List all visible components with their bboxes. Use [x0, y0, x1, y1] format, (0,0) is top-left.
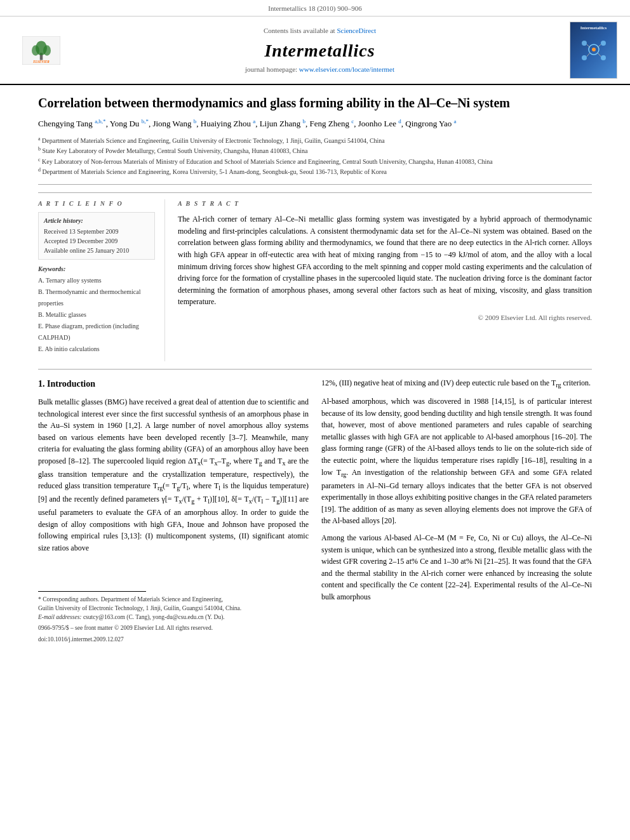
- body-col-left: 1. Introduction Bulk metallic glasses (B…: [38, 377, 309, 644]
- elsevier-logo: ELSEVIER: [13, 36, 70, 65]
- keyword-1: A. Ternary alloy systems: [38, 275, 155, 286]
- svg-point-7: [582, 41, 587, 46]
- main-content: Correlation between thermodynamics and g…: [0, 85, 630, 653]
- keywords-section: Keywords: A. Ternary alloy systems B. Th…: [38, 265, 155, 355]
- cover-title-text: Intermetallics: [580, 25, 607, 32]
- svg-line-14: [598, 53, 601, 57]
- issn-line: 0966-9795/$ – see front matter © 2009 El…: [38, 623, 309, 633]
- keywords-label: Keywords:: [38, 265, 155, 274]
- journal-homepage: journal homepage: www.elsevier.com/locat…: [70, 65, 570, 74]
- copyright-text: © 2009 Elsevier Ltd. All rights reserved…: [178, 313, 592, 323]
- svg-point-9: [582, 55, 587, 60]
- article-info-abstract: A R T I C L E I N F O Article history: R…: [38, 192, 592, 361]
- history-label: Article history:: [44, 217, 149, 225]
- svg-point-8: [601, 41, 606, 46]
- doi-line: doi:10.1016/j.intermet.2009.12.027: [38, 635, 309, 644]
- received-date: Received 13 September 2009: [44, 227, 149, 236]
- footnote-divider: [38, 591, 146, 592]
- keyword-3: B. Metallic glasses: [38, 309, 155, 321]
- abstract-panel: A B S T R A C T The Al-rich corner of te…: [178, 199, 592, 361]
- journal-header-center: Contents lists available at ScienceDirec…: [70, 26, 570, 75]
- svg-point-3: [32, 45, 39, 56]
- cover-image-icon: [578, 34, 610, 65]
- sciencedirect-link[interactable]: ScienceDirect: [337, 27, 376, 34]
- article-info-panel: A R T I C L E I N F O Article history: R…: [38, 199, 165, 361]
- journal-cover: Intermetallics: [570, 22, 617, 79]
- homepage-link[interactable]: www.elsevier.com/locate/intermet: [299, 65, 394, 73]
- abstract-text: The Al-rich corner of ternary Al–Ce–Ni m…: [178, 213, 592, 308]
- affiliation-c: c Key Laboratory of Non-ferrous Material…: [38, 156, 592, 166]
- right-para-1: 12%, (III) negative heat of mixing and (…: [321, 377, 592, 390]
- keyword-5: E. Ab initio calculations: [38, 343, 155, 355]
- paper-title: Correlation between thermodynamics and g…: [38, 95, 592, 111]
- body-col-right: 12%, (III) negative heat of mixing and (…: [321, 377, 592, 644]
- affiliation-d: d Department of Materials Science and En…: [38, 166, 592, 177]
- right-para-2: Al-based amorphous, which was discovered…: [321, 396, 592, 527]
- journal-title: Intermetallics: [70, 38, 570, 63]
- affiliation-a: a Department of Materials Science and En…: [38, 135, 592, 145]
- svg-text:ELSEVIER: ELSEVIER: [32, 60, 50, 63]
- right-para-3: Among the various Al-based Al–Ce–M (M = …: [321, 532, 592, 603]
- keyword-4: E. Phase diagram, prediction (includingC…: [38, 321, 155, 343]
- svg-point-10: [601, 55, 606, 60]
- article-history-box: Article history: Received 13 September 2…: [38, 212, 155, 260]
- available-date: Available online 25 January 2010: [44, 246, 149, 255]
- keywords-list: A. Ternary alloy systems B. Thermodynami…: [38, 275, 155, 355]
- divider-2: [38, 369, 592, 370]
- divider-1: [38, 184, 592, 185]
- article-info-heading: A R T I C L E I N F O: [38, 199, 155, 208]
- journal-citation: Intermetallics 18 (2010) 900–906: [0, 0, 630, 17]
- svg-point-15: [592, 48, 596, 51]
- body-columns: 1. Introduction Bulk metallic glasses (B…: [38, 377, 592, 644]
- keyword-2: B. Thermodynamic and thermochemicalprope…: [38, 286, 155, 309]
- svg-point-4: [43, 45, 51, 56]
- sciencedirect-line: Contents lists available at ScienceDirec…: [70, 26, 570, 36]
- authors-line: Chengying Tang a,b,*, Yong Du b,*, Jiong…: [38, 117, 592, 130]
- affiliation-b: b State Key Laboratory of Powder Metallu…: [38, 145, 592, 156]
- footnote-corresponding: * Corresponding authors. Department of M…: [38, 595, 309, 622]
- elsevier-logo-icon: ELSEVIER: [22, 36, 60, 65]
- abstract-heading: A B S T R A C T: [178, 199, 592, 208]
- svg-line-13: [587, 53, 590, 57]
- accepted-date: Accepted 19 December 2009: [44, 236, 149, 246]
- intro-para-1: Bulk metallic glasses (BMG) have receive…: [38, 396, 309, 554]
- introduction-heading: 1. Introduction: [38, 377, 309, 391]
- affiliations: a Department of Materials Science and En…: [38, 135, 592, 177]
- journal-header: ELSEVIER Contents lists available at Sci…: [0, 17, 630, 85]
